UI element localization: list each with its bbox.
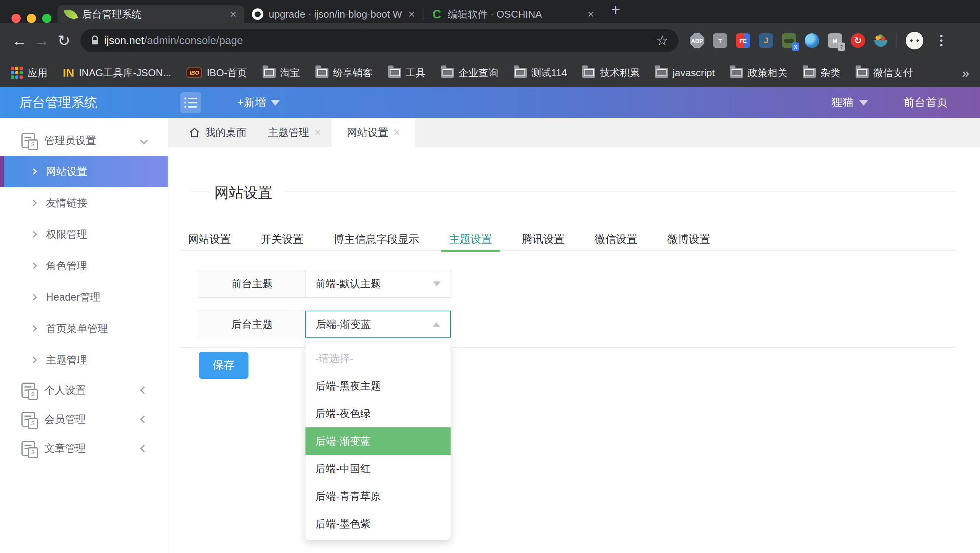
oschina-favicon-icon: C: [431, 8, 443, 20]
bookmark-inag[interactable]: IN INAG工具库-JSON...: [63, 66, 171, 80]
save-button[interactable]: 保存: [199, 352, 248, 379]
java-extension-icon[interactable]: J: [759, 33, 773, 48]
sidebar-item-label: 角色管理: [46, 259, 87, 273]
form-row-front-theme: 前台主题 前端-默认主题: [199, 270, 451, 298]
tab-site-settings[interactable]: 网站设置: [180, 228, 238, 250]
tab-tencent-settings[interactable]: 腾讯设置: [514, 228, 572, 250]
dropdown-option-grassland[interactable]: 后端-青青草原: [305, 483, 451, 510]
bookmark-label: 微信支付: [873, 66, 913, 80]
close-window-button[interactable]: [11, 14, 21, 23]
browser-menu-icon[interactable]: [940, 35, 942, 46]
folder-icon: [730, 68, 743, 78]
close-tab-icon[interactable]: ×: [230, 8, 237, 20]
browser-tab-title: 后台管理系统: [82, 8, 224, 21]
dropdown-option-dark[interactable]: 后端-黑夜主题: [305, 372, 451, 400]
sidebar-group-admin-settings[interactable]: 管理员设置: [0, 125, 168, 156]
front-site-link[interactable]: 前台首页: [903, 95, 948, 110]
tab-blogger-fields[interactable]: 博主信息字段显示: [326, 228, 427, 250]
close-tab-icon[interactable]: ×: [587, 8, 594, 20]
proxy-extension-icon[interactable]: X: [782, 33, 796, 48]
mchecker-extension-icon[interactable]: M ?: [828, 33, 842, 48]
bookmarks-overflow-chevron[interactable]: »: [962, 65, 969, 80]
sidebar-group-personal[interactable]: 个人设置: [0, 376, 168, 405]
sidebar-item-home-menu[interactable]: 首页菜单管理: [0, 313, 168, 344]
forward-icon[interactable]: →: [31, 32, 53, 49]
content-panel: 网站设置 网站设置 开关设置 博主信息字段显示 主题设置 腾讯设置 微信设置 微…: [168, 147, 980, 553]
back-icon[interactable]: ←: [8, 32, 31, 49]
document-icon: [21, 133, 35, 148]
add-new-button[interactable]: +新增: [237, 95, 280, 110]
bookmark-folder-fxxk[interactable]: 纷享销客: [315, 66, 373, 80]
workspace-tab-site-settings[interactable]: 网站设置 ×: [332, 118, 415, 147]
folder-icon: [582, 68, 595, 78]
url-path: /admin/console/page: [144, 34, 243, 47]
sidebar-item-site-settings[interactable]: 网站设置: [0, 156, 168, 187]
fehelper-extension-icon[interactable]: FE: [736, 33, 750, 48]
dropdown-option-inkpurple[interactable]: 后端-墨色紫: [305, 510, 451, 538]
user-menu[interactable]: 狸猫: [831, 95, 868, 110]
sidebar-group-members[interactable]: 会员管理: [0, 405, 168, 434]
folder-icon: [856, 68, 869, 78]
sidebar-item-header-mgmt[interactable]: Header管理: [0, 281, 168, 313]
bookmark-label: 技术积累: [600, 66, 640, 80]
bookmark-folder-tools[interactable]: 工具: [388, 66, 426, 80]
reload-icon[interactable]: ↻: [53, 32, 75, 49]
chevron-right-icon: [31, 169, 37, 175]
profile-avatar[interactable]: [906, 32, 923, 49]
folder-icon: [315, 68, 328, 78]
sidebar-item-theme-mgmt[interactable]: 主题管理: [0, 344, 168, 376]
bookmark-label: 应用: [28, 66, 47, 80]
browser-tab-oschina[interactable]: C 编辑软件 - OSCHINA ×: [423, 5, 602, 23]
toolbar-divider: [897, 33, 897, 48]
bookmark-folder-policy[interactable]: 政策相关: [730, 66, 787, 80]
extension-glyph: M: [833, 38, 838, 44]
bookmark-apps[interactable]: 应用: [11, 66, 47, 80]
url-host: ijson.net: [104, 34, 144, 47]
globe-extension-icon[interactable]: [805, 33, 819, 48]
lock-icon: [90, 35, 100, 46]
bookmark-folder-misc[interactable]: 杂类: [803, 66, 840, 80]
admin-theme-select[interactable]: 后端-渐变蓝: [305, 311, 451, 338]
close-icon[interactable]: ×: [394, 126, 400, 139]
close-icon[interactable]: ×: [315, 126, 321, 139]
settings-tab-bar: 网站设置 开关设置 博主信息字段显示 主题设置 腾讯设置 微信设置 微博设置: [180, 228, 956, 251]
bookmark-folder-company[interactable]: 企业查询: [441, 66, 498, 80]
sidebar-item-label: 首页菜单管理: [46, 322, 108, 335]
tab-weibo-settings[interactable]: 微博设置: [660, 228, 718, 250]
fruitbowl-extension-icon[interactable]: [874, 33, 888, 48]
bookmark-folder-test114[interactable]: 测试114: [514, 66, 567, 80]
sidebar-toggle-button[interactable]: [180, 92, 201, 113]
zoom-window-button[interactable]: [42, 14, 51, 23]
close-tab-icon[interactable]: ×: [408, 8, 415, 20]
bookmark-star-icon[interactable]: ☆: [656, 33, 668, 49]
dropdown-option-chinared[interactable]: 后端-中国红: [305, 455, 451, 483]
workspace-tab-desktop[interactable]: 我的桌面: [178, 118, 257, 147]
workspace-tab-theme-mgmt[interactable]: 主题管理 ×: [257, 118, 332, 147]
tampermonkey-extension-icon[interactable]: T: [713, 33, 727, 48]
sidebar-group-articles[interactable]: 文章管理: [0, 434, 168, 463]
dropdown-option-nightgreen[interactable]: 后端-夜色绿: [305, 400, 451, 427]
bookmark-ibo[interactable]: IBO IBO-首页: [186, 66, 247, 80]
sidebar-item-permissions[interactable]: 权限管理: [0, 219, 168, 250]
minimize-window-button[interactable]: [27, 14, 36, 23]
refresh-extension-icon[interactable]: ↻: [851, 33, 865, 48]
bookmark-folder-wechatpay[interactable]: 微信支付: [856, 66, 913, 80]
home-icon: [189, 127, 200, 138]
address-bar[interactable]: ijson.net/admin/console/page ☆: [80, 29, 678, 52]
dropdown-option-gradientblue[interactable]: 后端-渐变蓝: [305, 427, 451, 455]
bookmark-folder-javascript[interactable]: javascript: [655, 67, 715, 79]
browser-tab-github[interactable]: upgrade · ijson/in-blog-boot W ×: [244, 5, 423, 23]
browser-tab-admin[interactable]: 后台管理系统 ×: [57, 5, 244, 23]
front-theme-select[interactable]: 前端-默认主题: [305, 270, 451, 297]
tab-wechat-settings[interactable]: 微信设置: [587, 228, 645, 250]
tab-switch-settings[interactable]: 开关设置: [253, 228, 311, 250]
sidebar-item-roles[interactable]: 角色管理: [0, 250, 168, 281]
sidebar-item-friend-links[interactable]: 友情链接: [0, 187, 168, 219]
adblock-extension-icon[interactable]: ABP: [690, 33, 704, 48]
bookmark-folder-taobao[interactable]: 淘宝: [263, 66, 300, 80]
bookmark-folder-tech[interactable]: 技术积累: [582, 66, 640, 80]
dropdown-option-placeholder[interactable]: -请选择-: [305, 345, 451, 372]
bookmark-label: 测试114: [531, 66, 567, 80]
new-tab-button[interactable]: +: [611, 1, 621, 19]
tab-theme-settings[interactable]: 主题设置: [441, 228, 500, 250]
